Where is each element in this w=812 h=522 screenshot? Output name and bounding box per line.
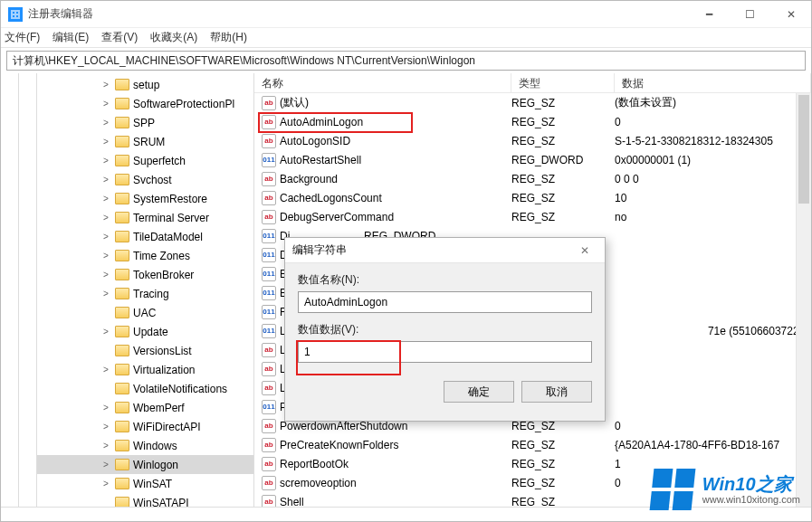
tree-item-superfetch[interactable]: >Superfetch xyxy=(37,151,253,170)
scroll-thumb[interactable] xyxy=(798,95,809,204)
minimize-button[interactable]: ━ xyxy=(689,1,730,28)
list-row[interactable]: abPreCreateKnownFoldersREG_SZ{A520A1A4-1… xyxy=(254,435,811,454)
watermark-brand: Win10 xyxy=(702,474,756,494)
menu-edit[interactable]: 编辑(E) xyxy=(53,30,89,45)
tree-item-label: setup xyxy=(133,79,159,91)
cancel-button[interactable]: 取消 xyxy=(521,381,592,403)
row-type: REG_SZ xyxy=(511,97,615,109)
tree-item-label: VersionsList xyxy=(133,345,192,357)
tree-item-softwareprotectionplatform[interactable]: >SoftwareProtectionPl xyxy=(37,94,253,113)
tree-item-update[interactable]: >Update xyxy=(37,322,253,341)
dialog-close-button[interactable]: ✕ xyxy=(572,242,597,260)
folder-icon xyxy=(115,79,129,90)
row-data: 0 xyxy=(615,116,811,128)
row-name: ReportBootOk xyxy=(280,458,349,470)
tree-item-label: SystemRestore xyxy=(133,193,207,205)
row-data: 0 xyxy=(615,420,811,432)
tree-item-label: VolatileNotifications xyxy=(133,383,227,395)
tree-item-svchost[interactable]: >Svchost xyxy=(37,170,253,189)
row-type: REG_SZ xyxy=(511,439,615,451)
list-header: 名称 类型 数据 xyxy=(254,73,811,93)
list-row[interactable]: 011AutoRestartShellREG_DWORD0x00000001 (… xyxy=(254,150,811,169)
caret-icon: > xyxy=(100,99,111,109)
tree-item-versionslist[interactable]: VersionsList xyxy=(37,341,253,360)
row-type: REG_SZ xyxy=(511,116,615,128)
row-type: REG_SZ xyxy=(511,211,615,223)
row-data: {A520A1A4-1780-4FF6-BD18-167 xyxy=(615,439,811,451)
tree-item-volatilenotifications[interactable]: VolatileNotifications xyxy=(37,379,253,398)
folder-icon xyxy=(115,364,129,375)
string-icon: ab xyxy=(262,134,276,148)
tree-item-virtualization[interactable]: >Virtualization xyxy=(37,360,253,379)
value-name-input[interactable] xyxy=(298,291,592,313)
string-icon: ab xyxy=(262,362,276,376)
tree-item-spp[interactable]: >SPP xyxy=(37,113,253,132)
tree-item-time zones[interactable]: >Time Zones xyxy=(37,246,253,265)
tree-item-terminal server[interactable]: >Terminal Server xyxy=(37,208,253,227)
column-name[interactable]: 名称 xyxy=(254,73,511,92)
tree-item-srum[interactable]: >SRUM xyxy=(37,132,253,151)
row-name: AutoRestartShell xyxy=(280,154,361,166)
ok-button[interactable]: 确定 xyxy=(444,381,514,403)
dialog-titlebar: 编辑字符串 ✕ xyxy=(285,238,605,263)
address-bar[interactable]: 计算机\HKEY_LOCAL_MACHINE\SOFTWARE\Microsof… xyxy=(6,51,806,71)
tree-item-tokenbroker[interactable]: >TokenBroker xyxy=(37,265,253,284)
row-name: (默认) xyxy=(280,95,309,110)
tree-item-label: WinSATAPI xyxy=(133,497,189,508)
tree-item-systemrestore[interactable]: >SystemRestore xyxy=(37,189,253,208)
dword-icon: 011 xyxy=(262,286,276,300)
tree-item-windows[interactable]: >Windows xyxy=(37,436,253,455)
column-type[interactable]: 类型 xyxy=(511,73,615,92)
tree-item-wifidirectapi[interactable]: >WiFiDirectAPI xyxy=(37,417,253,436)
folder-icon xyxy=(115,269,129,280)
dialog-buttons: 确定 取消 xyxy=(285,372,605,412)
menu-file[interactable]: 文件(F) xyxy=(5,30,40,45)
row-type: REG_DWORD xyxy=(511,154,615,166)
row-data: 0 0 0 xyxy=(615,173,811,185)
list-row[interactable]: ab(默认)REG_SZ(数值未设置) xyxy=(254,93,811,112)
list-row[interactable]: abAutoAdminLogonREG_SZ0 xyxy=(254,112,811,131)
string-icon: ab xyxy=(262,457,276,471)
tree-item-label: WinSAT xyxy=(133,478,172,490)
menu-favorites[interactable]: 收藏夹(A) xyxy=(150,30,197,45)
tree-item-tiledatamodel[interactable]: >TileDataModel xyxy=(37,227,253,246)
tree-item-label: SPP xyxy=(133,117,155,129)
address-text: 计算机\HKEY_LOCAL_MACHINE\SOFTWARE\Microsof… xyxy=(13,53,475,69)
folder-icon xyxy=(115,383,129,394)
column-data[interactable]: 数据 xyxy=(615,73,811,92)
tree-item-label: Winlogon xyxy=(133,459,178,471)
tree-item-label: Virtualization xyxy=(133,364,195,376)
menu-help[interactable]: 帮助(H) xyxy=(210,30,247,45)
tree-item-winsat[interactable]: >WinSAT xyxy=(37,474,253,493)
list-row[interactable]: abDebugServerCommandREG_SZno xyxy=(254,207,811,226)
string-icon: ab xyxy=(262,96,276,110)
vertical-scrollbar[interactable] xyxy=(796,93,811,507)
tree-item-setup[interactable]: >setup xyxy=(37,75,253,94)
close-button[interactable]: ✕ xyxy=(770,1,811,28)
tree-item-winlogon[interactable]: >Winlogon xyxy=(37,455,253,474)
tree-item-label: WiFiDirectAPI xyxy=(133,421,201,433)
menu-view[interactable]: 查看(V) xyxy=(101,30,138,45)
caret-icon: > xyxy=(100,232,111,242)
tree-item-tracing[interactable]: >Tracing xyxy=(37,284,253,303)
tree-item-winsatapi[interactable]: WinSATAPI xyxy=(37,493,253,507)
maximize-button[interactable]: ☐ xyxy=(730,1,770,28)
tree-item-label: Terminal Server xyxy=(133,212,209,224)
string-icon: ab xyxy=(262,210,276,224)
caret-icon: > xyxy=(100,175,111,185)
row-data: 0x00000001 (1) xyxy=(615,154,811,166)
list-row[interactable]: abBackgroundREG_SZ0 0 0 xyxy=(254,169,811,188)
list-row[interactable]: abAutoLogonSIDREG_SZS-1-5-21-3308218312-… xyxy=(254,131,811,150)
tree-item-uac[interactable]: UAC xyxy=(37,303,253,322)
caret-icon: > xyxy=(100,194,111,204)
dword-icon: 011 xyxy=(262,324,276,338)
folder-icon xyxy=(115,98,129,109)
row-type: REG_SZ xyxy=(511,135,615,147)
row-type: REG_SZ xyxy=(511,458,615,470)
tree-item-wbemperf[interactable]: >WbemPerf xyxy=(37,398,253,417)
caret-icon: > xyxy=(100,251,111,261)
tree-item-label: Superfetch xyxy=(133,155,186,167)
value-data-input[interactable] xyxy=(298,341,592,363)
string-icon: ab xyxy=(262,381,276,395)
list-row[interactable]: abCachedLogonsCountREG_SZ10 xyxy=(254,188,811,207)
